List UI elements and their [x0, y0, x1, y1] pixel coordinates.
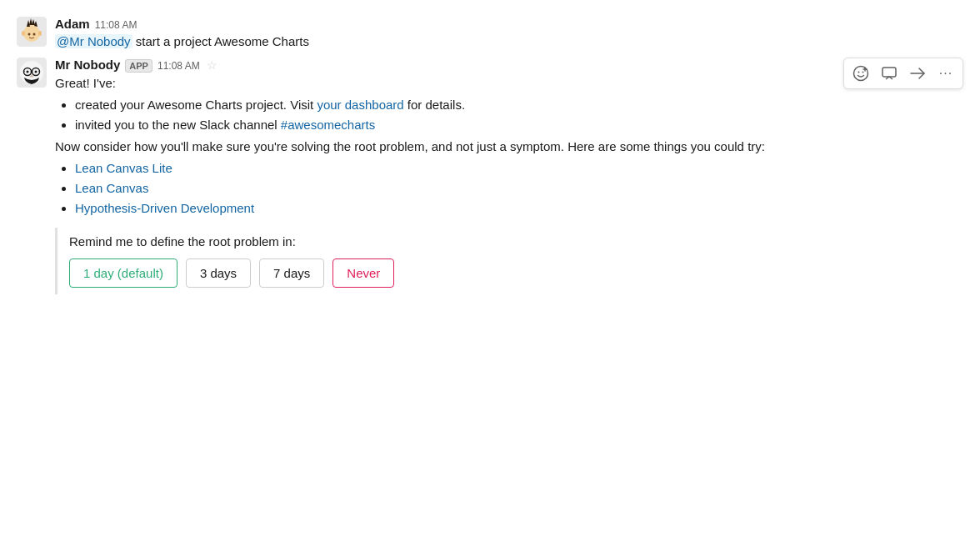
- message-content: Adam 11:08 AM @Mr Nobody start a project…: [55, 17, 963, 51]
- seven-days-button[interactable]: 7 days: [259, 258, 324, 288]
- chat-container: Adam 11:08 AM @Mr Nobody start a project…: [0, 0, 980, 552]
- more-actions-button[interactable]: ···: [932, 60, 959, 87]
- message-intro: Great! I've:: [55, 74, 963, 93]
- never-button[interactable]: Never: [332, 258, 394, 288]
- message-text: @Mr Nobody start a project Awesome Chart…: [55, 33, 963, 51]
- message-row-2: Mr Nobody APP 11:08 AM ☆ Great! I've: cr…: [0, 54, 980, 298]
- svg-line-16: [39, 71, 40, 72]
- message-header: Adam 11:08 AM: [55, 17, 963, 31]
- hashtag-link[interactable]: #awesomecharts: [281, 118, 375, 132]
- reply-button[interactable]: [876, 60, 902, 87]
- username: Adam: [55, 17, 90, 31]
- add-reaction-button[interactable]: [848, 60, 874, 87]
- list-item-2: invited you to the new Slack channel #aw…: [75, 116, 963, 134]
- timestamp: 11:08 AM: [95, 19, 138, 31]
- timestamp-2: 11:08 AM: [158, 60, 200, 72]
- reply-icon: [881, 65, 898, 82]
- button-row: 1 day (default) 3 days 7 days Never: [69, 258, 952, 288]
- body-text: Now consider how you'll make sure you're…: [55, 138, 963, 156]
- message-header-2: Mr Nobody APP 11:08 AM ☆: [55, 58, 963, 73]
- lean-canvas-link[interactable]: Lean Canvas: [75, 181, 148, 195]
- svg-point-18: [35, 71, 38, 73]
- three-days-button[interactable]: 3 days: [186, 258, 251, 288]
- avatar: [17, 17, 47, 47]
- svg-point-7: [33, 33, 36, 36]
- svg-point-17: [27, 71, 29, 73]
- avatar-mr-nobody: [17, 58, 47, 88]
- lean-canvas-lite-link[interactable]: Lean Canvas Lite: [75, 161, 172, 175]
- one-day-button[interactable]: 1 day (default): [69, 258, 178, 288]
- suggestion-item-1: Lean Canvas Lite: [75, 159, 963, 178]
- bullet-text-before: created your Awesome Charts project. Vis…: [75, 98, 317, 112]
- hover-toolbar: ···: [843, 58, 963, 89]
- svg-point-9: [38, 31, 42, 36]
- svg-point-1: [23, 25, 40, 42]
- mention-tag[interactable]: @Mr Nobody: [55, 34, 132, 48]
- svg-point-6: [28, 33, 31, 36]
- suggestion-list: Lean Canvas Lite Lean Canvas Hypothesis-…: [75, 159, 963, 218]
- bullet-text-before-2: invited you to the new Slack channel: [75, 118, 281, 132]
- emoji-icon: [852, 65, 869, 82]
- dashboard-link[interactable]: your dashboard: [317, 98, 403, 112]
- quoted-prompt: Remind me to define the root problem in:: [69, 234, 952, 248]
- bullet-text-after: for details.: [408, 98, 465, 112]
- list-item: created your Awesome Charts project. Vis…: [75, 96, 963, 114]
- hypothesis-driven-link[interactable]: Hypothesis-Driven Development: [75, 201, 254, 215]
- more-icon: ···: [939, 66, 952, 81]
- app-badge: APP: [125, 59, 152, 73]
- suggestion-item-2: Lean Canvas: [75, 179, 963, 198]
- reminder-block: Remind me to define the root problem in:…: [55, 228, 963, 294]
- message-content-2: Mr Nobody APP 11:08 AM ☆ Great! I've: cr…: [55, 58, 963, 294]
- svg-point-19: [854, 67, 868, 81]
- star-icon[interactable]: ☆: [207, 58, 218, 72]
- forward-button[interactable]: [904, 60, 931, 87]
- suggestion-item-3: Hypothesis-Driven Development: [75, 199, 963, 218]
- svg-point-20: [858, 72, 860, 73]
- svg-point-8: [22, 31, 25, 36]
- message-row: Adam 11:08 AM @Mr Nobody start a project…: [0, 13, 980, 54]
- bullet-list: created your Awesome Charts project. Vis…: [75, 96, 963, 134]
- svg-point-21: [862, 72, 864, 73]
- svg-rect-24: [882, 68, 896, 77]
- username-2: Mr Nobody: [55, 58, 120, 72]
- forward-icon: [909, 65, 926, 82]
- svg-line-15: [24, 71, 25, 72]
- message-body: start a project Awesome Charts: [136, 34, 309, 48]
